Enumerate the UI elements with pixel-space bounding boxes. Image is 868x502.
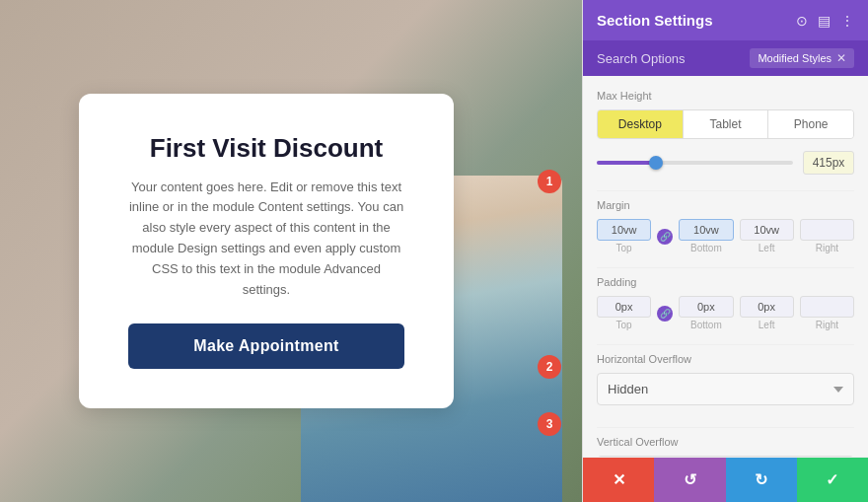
card-title: First Visit Discount (128, 133, 404, 164)
margin-right-item: Right (800, 219, 854, 253)
padding-top-label: Top (597, 320, 651, 330)
padding-link-icon[interactable]: 🔗 (657, 306, 673, 322)
cancel-button[interactable]: ✕ (583, 458, 654, 502)
margin-link-icon[interactable]: 🔗 (657, 229, 673, 245)
layout-icon[interactable]: ▤ (818, 13, 831, 29)
panel-search-row: Search Options Modified Styles ✕ (583, 40, 868, 76)
tab-phone[interactable]: Phone (768, 110, 853, 138)
settings-panel: Section Settings ⊙ ▤ ⋮ Search Options Mo… (582, 0, 868, 502)
padding-label: Padding (597, 276, 854, 288)
margin-section: Margin Top 🔗 Bottom Left Right (597, 199, 854, 253)
action-bar: ✕ ↺ ↻ ✓ (583, 457, 868, 502)
horizontal-overflow-section: Horizontal Overflow Hidden Visible Auto … (597, 353, 854, 419)
content-card: First Visit Discount Your content goes h… (79, 94, 454, 409)
reset-button[interactable]: ↺ (654, 458, 725, 502)
save-button[interactable]: ✓ (797, 458, 868, 502)
step-indicator-3: 3 (538, 412, 561, 436)
margin-label: Margin (597, 199, 854, 211)
panel-header: Section Settings ⊙ ▤ ⋮ (583, 0, 868, 40)
margin-right-input[interactable] (800, 219, 854, 241)
horizontal-overflow-select[interactable]: Hidden Visible Auto Scroll (597, 373, 854, 405)
tab-desktop[interactable]: Desktop (598, 110, 684, 138)
margin-left-item: Left (740, 219, 794, 253)
make-appointment-button[interactable]: Make Appointment (128, 323, 404, 369)
padding-top-item: Top (597, 296, 651, 330)
max-height-input[interactable] (803, 151, 854, 175)
vertical-overflow-section: Vertical Overflow Hidden Visible Auto Sc… (597, 436, 854, 457)
step-indicator-1: 1 (538, 170, 561, 193)
slider-fill (597, 161, 656, 165)
canvas-area: First Visit Discount Your content goes h… (0, 0, 582, 502)
slider-track[interactable] (597, 161, 793, 165)
margin-field-row: Top 🔗 Bottom Left Right (597, 219, 854, 253)
padding-top-input[interactable] (597, 296, 651, 318)
max-height-section: Max Height Desktop Tablet Phone (597, 90, 854, 175)
redo-button[interactable]: ↻ (726, 458, 797, 502)
panel-header-icons: ⊙ ▤ ⋮ (796, 13, 854, 29)
more-icon[interactable]: ⋮ (840, 13, 854, 29)
padding-section: Padding Top 🔗 Bottom Left Right (597, 276, 854, 330)
step-indicator-2: 2 (538, 355, 561, 379)
margin-bottom-input[interactable] (679, 219, 733, 241)
padding-bottom-item: Bottom (679, 296, 733, 330)
margin-bottom-item: Bottom (679, 219, 733, 253)
margin-top-label: Top (597, 243, 651, 253)
slider-thumb[interactable] (649, 156, 663, 170)
modified-badge: Modified Styles ✕ (750, 48, 854, 68)
modified-close-button[interactable]: ✕ (836, 51, 846, 65)
card-body: Your content goes here. Edit or remove t… (128, 178, 404, 301)
padding-right-item: Right (800, 296, 854, 330)
padding-right-input[interactable] (800, 296, 854, 318)
margin-top-item: Top (597, 219, 651, 253)
tab-tablet[interactable]: Tablet (684, 110, 769, 138)
margin-left-label: Left (740, 243, 794, 253)
padding-left-label: Left (740, 320, 794, 330)
padding-right-label: Right (800, 320, 854, 330)
vertical-overflow-label: Vertical Overflow (597, 436, 854, 448)
responsive-icon[interactable]: ⊙ (796, 13, 808, 29)
margin-left-input[interactable] (740, 219, 794, 241)
padding-left-input[interactable] (740, 296, 794, 318)
margin-top-input[interactable] (597, 219, 651, 241)
panel-body: Max Height Desktop Tablet Phone Margin (583, 76, 868, 457)
horizontal-overflow-label: Horizontal Overflow (597, 353, 854, 365)
padding-bottom-label: Bottom (679, 320, 733, 330)
padding-field-row: Top 🔗 Bottom Left Right (597, 296, 854, 330)
max-height-slider-row (597, 151, 854, 175)
device-tabs: Desktop Tablet Phone (597, 109, 854, 139)
padding-left-item: Left (740, 296, 794, 330)
search-label[interactable]: Search Options (597, 51, 686, 66)
margin-bottom-label: Bottom (679, 243, 733, 253)
padding-bottom-input[interactable] (679, 296, 733, 318)
max-height-label: Max Height (597, 90, 854, 102)
margin-right-label: Right (800, 243, 854, 253)
panel-title: Section Settings (597, 12, 713, 29)
